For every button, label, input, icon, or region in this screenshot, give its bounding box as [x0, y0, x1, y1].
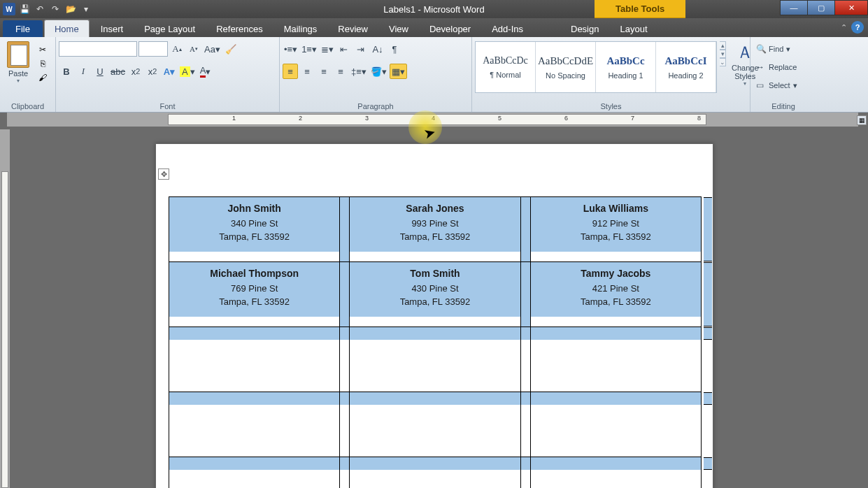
label-cell[interactable] — [350, 392, 520, 457]
close-button[interactable]: ✕ — [834, 0, 868, 15]
redo-icon[interactable]: ↷ — [49, 3, 62, 15]
shrink-font-icon[interactable]: A▾ — [186, 41, 201, 57]
tab-layout[interactable]: Layout — [610, 20, 657, 37]
spacer-cell[interactable] — [520, 457, 530, 489]
save-icon[interactable]: 💾 — [18, 3, 31, 15]
style-no-spacing[interactable]: AaBbCcDdE No Spacing — [536, 42, 596, 92]
help-icon[interactable]: ? — [851, 21, 864, 34]
decrease-indent-icon[interactable]: ⇤ — [336, 41, 352, 57]
font-name-combo[interactable] — [59, 41, 137, 57]
labels-table[interactable]: John Smith 340 Pine St Tampa, FL 33592 S… — [169, 196, 702, 488]
page[interactable]: John Smith 340 Pine St Tampa, FL 33592 S… — [155, 143, 713, 488]
spacer-cell[interactable] — [520, 327, 530, 392]
label-cell[interactable] — [169, 392, 340, 457]
tab-addins[interactable]: Add-Ins — [482, 20, 533, 37]
styles-row-down-icon[interactable]: ▾ — [720, 50, 726, 58]
table-row[interactable] — [169, 392, 702, 457]
copy-icon[interactable]: ⎘ — [36, 58, 49, 69]
shading-icon[interactable]: 🪣▾ — [369, 64, 388, 79]
styles-gallery[interactable]: AaBbCcDc ¶ Normal AaBbCcDdE No Spacing A… — [475, 41, 717, 93]
highlight-icon[interactable]: A▾ — [178, 64, 197, 79]
spacer-cell[interactable] — [340, 392, 350, 457]
label-cell[interactable]: Tammy Jacobs 421 Pine St Tampa, FL 33592 — [530, 262, 701, 327]
label-cell[interactable] — [169, 327, 340, 392]
subscript-icon[interactable]: x2 — [128, 64, 143, 79]
minimize-button[interactable]: — — [780, 0, 808, 15]
bold-button[interactable]: B — [59, 64, 74, 79]
tab-home[interactable]: Home — [44, 20, 90, 37]
strikethrough-icon[interactable]: abc — [109, 64, 127, 79]
change-case-icon[interactable]: Aa▾ — [203, 41, 222, 57]
style-heading-2[interactable]: AaBbCcI Heading 2 — [656, 42, 716, 92]
document-area[interactable]: John Smith 340 Pine St Tampa, FL 33592 S… — [10, 127, 858, 488]
horizontal-ruler[interactable]: 1 2 3 4 5 6 7 8 — [7, 113, 858, 127]
font-color-icon[interactable]: A▾ — [198, 64, 213, 79]
tab-file[interactable]: File — [3, 20, 43, 37]
label-cell[interactable]: Sarah Jones 993 Pine St Tampa, FL 33592 — [350, 197, 520, 262]
ruler-toggle-icon[interactable]: ▦ — [857, 115, 867, 125]
label-cell[interactable] — [169, 457, 340, 489]
table-row[interactable]: Michael Thompson 769 Pine St Tampa, FL 3… — [169, 262, 702, 327]
font-size-combo[interactable] — [138, 41, 168, 57]
cut-icon[interactable]: ✂ — [36, 44, 49, 55]
text-effects-icon[interactable]: A▾ — [162, 64, 177, 79]
format-painter-icon[interactable]: 🖌 — [36, 72, 49, 83]
label-cell[interactable] — [530, 457, 701, 489]
clear-formatting-icon[interactable]: 🧹 — [223, 41, 239, 57]
minimize-ribbon-icon[interactable]: ⌃ — [841, 23, 847, 32]
style-normal[interactable]: AaBbCcDc ¶ Normal — [476, 42, 536, 92]
tab-insert[interactable]: Insert — [91, 20, 134, 37]
label-cell[interactable]: Luka Williams 912 Pine St Tampa, FL 3359… — [530, 197, 701, 262]
tab-design[interactable]: Design — [561, 20, 609, 37]
grow-font-icon[interactable]: A▴ — [169, 41, 185, 57]
spacer-cell[interactable] — [520, 392, 530, 457]
tab-developer[interactable]: Developer — [420, 20, 481, 37]
increase-indent-icon[interactable]: ⇥ — [353, 41, 369, 57]
undo-icon[interactable]: ↶ — [34, 3, 46, 15]
spacer-cell[interactable] — [340, 262, 350, 327]
align-left-icon[interactable]: ≡ — [283, 64, 298, 79]
table-row[interactable]: John Smith 340 Pine St Tampa, FL 33592 S… — [169, 197, 702, 262]
style-heading-1[interactable]: AaBbCc Heading 1 — [596, 42, 656, 92]
table-row[interactable] — [169, 327, 702, 392]
paste-button[interactable]: Paste ▾ — [3, 41, 34, 84]
spacer-cell[interactable] — [340, 197, 350, 262]
vertical-ruler[interactable] — [0, 129, 10, 488]
label-cell[interactable] — [350, 327, 520, 392]
label-cell[interactable]: Tom Smith 430 Pine St Tampa, FL 33592 — [350, 262, 520, 327]
word-app-icon[interactable]: W — [3, 3, 15, 15]
label-cell[interactable]: Michael Thompson 769 Pine St Tampa, FL 3… — [169, 262, 340, 327]
label-cell[interactable] — [530, 327, 701, 392]
numbering-icon[interactable]: 1≡▾ — [300, 41, 318, 57]
tab-mailings[interactable]: Mailings — [274, 20, 327, 37]
styles-row-up-icon[interactable]: ▴ — [720, 41, 726, 50]
align-right-icon[interactable]: ≡ — [316, 64, 332, 79]
sort-icon[interactable]: A↓ — [370, 41, 385, 57]
bullets-icon[interactable]: •≡▾ — [283, 41, 299, 57]
select-button[interactable]: ▭Select ▾ — [753, 78, 800, 93]
spacer-cell[interactable] — [520, 262, 530, 327]
line-spacing-icon[interactable]: ‡≡▾ — [350, 64, 368, 79]
spacer-cell[interactable] — [340, 457, 350, 489]
justify-icon[interactable]: ≡ — [333, 64, 348, 79]
replace-button[interactable]: ↔Replace — [753, 59, 799, 75]
styles-more-icon[interactable]: ⌄ — [720, 58, 726, 66]
tab-references[interactable]: References — [206, 20, 272, 37]
table-row[interactable] — [169, 457, 702, 489]
find-button[interactable]: 🔍Find ▾ — [753, 41, 793, 57]
table-move-handle-icon[interactable]: ✥ — [158, 168, 169, 180]
tab-review[interactable]: Review — [328, 20, 378, 37]
multilevel-list-icon[interactable]: ≣▾ — [320, 41, 335, 57]
label-cell[interactable]: John Smith 340 Pine St Tampa, FL 33592 — [169, 197, 340, 262]
show-hide-icon[interactable]: ¶ — [387, 41, 402, 57]
label-cell[interactable] — [530, 392, 701, 457]
open-icon[interactable]: 📂 — [64, 3, 77, 15]
italic-button[interactable]: I — [76, 64, 91, 79]
spacer-cell[interactable] — [520, 197, 530, 262]
label-cell[interactable] — [350, 457, 520, 489]
new-icon[interactable]: ▾ — [80, 3, 92, 15]
tab-view[interactable]: View — [379, 20, 418, 37]
maximize-button[interactable]: ▢ — [807, 0, 835, 15]
borders-icon[interactable]: ▦▾ — [390, 64, 407, 79]
superscript-icon[interactable]: x2 — [145, 64, 160, 79]
